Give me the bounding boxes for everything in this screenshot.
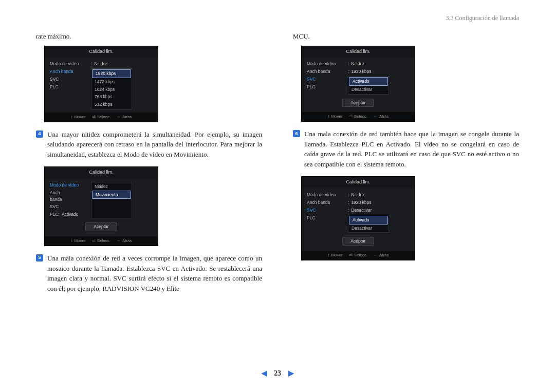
enter-icon: ⏎ (92, 238, 96, 244)
step-number: 5 (36, 254, 43, 262)
ui-value: Nitidez (351, 192, 364, 197)
dropdown-option[interactable]: Movimiento (92, 191, 131, 199)
ui-title: Calidad llm. (302, 46, 415, 58)
plc-dropdown[interactable]: Activado Desactivar (348, 215, 389, 233)
ui-label: Modo de vídeo (307, 61, 348, 67)
next-page-button[interactable]: ▶ (288, 369, 294, 377)
bandwidth-dropdown[interactable]: 1920 kbps 1472 kbps 1024 kbps 768 kbps 5… (91, 68, 132, 109)
dropdown-option[interactable]: 512 kbps (91, 101, 132, 108)
dropdown-option[interactable]: Desactivar (348, 225, 388, 232)
ui-label: PLC (307, 215, 348, 221)
ui-footer: ↕Mover ⏎Selecc. ←Atrás (45, 236, 158, 246)
ui-footer: ↕Mover ⏎Selecc. ←Atrás (45, 113, 158, 122)
ui-value: 1920 kbps (351, 69, 371, 74)
ui-value: Activado (62, 212, 79, 217)
step-text: Una mayor nitidez comprometerá la simult… (47, 129, 262, 160)
ui-value: Nitidez (94, 61, 107, 66)
lead-text-left: rate máximo. (36, 31, 262, 42)
ui-screenshot-bandwidth: Calidad llm. Modo de vídeo:Nitidez Anch … (44, 46, 158, 122)
ui-value: Nitidez (351, 61, 364, 66)
svc-dropdown[interactable]: Activado Desactivar (348, 76, 389, 95)
page-number: 23 (274, 369, 281, 377)
updown-icon: ↕ (327, 252, 329, 258)
left-column: rate máximo. Calidad llm. Modo de vídeo:… (36, 31, 262, 301)
section-header: 3.3 Configuración de llamada (36, 14, 519, 22)
enter-icon: ⏎ (92, 114, 96, 120)
updown-icon: ↕ (327, 114, 329, 120)
enter-icon: ⏎ (349, 252, 353, 258)
step-4: 4 Una mayor nitidez comprometerá la simu… (36, 129, 262, 160)
step-text: Una mala conexión de red a veces corromp… (47, 253, 262, 293)
ui-label-highlight: Anch banda (50, 68, 91, 75)
ui-label: Anch banda (307, 68, 348, 75)
step-number: 6 (293, 130, 300, 137)
ui-label-highlight: SVC (307, 76, 348, 83)
right-column: MCU. Calidad llm. Modo de vídeo:Nitidez … (293, 31, 519, 301)
back-icon: ← (117, 238, 121, 244)
ui-label: Anch banda (50, 190, 62, 203)
lead-text-right: MCU. (293, 31, 519, 42)
ui-value: 1920 kbps (351, 200, 371, 205)
ui-screenshot-videomode: Calidad llm. Modo de vídeo Anch banda SV… (44, 166, 158, 246)
prev-page-button[interactable]: ◀ (262, 369, 267, 377)
ui-label-highlight: SVC (307, 207, 348, 214)
ui-label: Modo de vídeo (307, 192, 348, 198)
ui-screenshot-svc: Calidad llm. Modo de vídeo:Nitidez Anch … (301, 46, 415, 122)
ui-label: Anch banda (307, 199, 348, 206)
ui-label: PLC (50, 211, 59, 218)
dropdown-option[interactable]: 1024 kbps (91, 86, 132, 94)
updown-icon: ↕ (70, 238, 72, 244)
dropdown-option[interactable]: Nitidez (91, 183, 132, 191)
ui-value: Desactivar (351, 208, 372, 213)
back-icon: ← (374, 114, 378, 120)
dropdown-option[interactable]: 1920 kbps (92, 69, 131, 78)
accept-button[interactable]: Aceptar (342, 99, 374, 107)
accept-button[interactable]: Aceptar (85, 222, 117, 231)
ui-label: PLC (307, 84, 316, 90)
pager: ◀ 23 ▶ (0, 369, 555, 378)
ui-label: Modo de vídeo (50, 61, 91, 67)
enter-icon: ⏎ (349, 114, 353, 120)
ui-title: Calidad llm. (45, 167, 158, 178)
ui-label: PLC (50, 84, 59, 90)
ui-title: Calidad llm. (45, 46, 158, 58)
ui-screenshot-plc: Calidad llm. Modo de vídeo:Nitidez Anch … (301, 176, 415, 260)
videomode-dropdown[interactable]: Nitidez Movimiento (91, 182, 132, 219)
back-icon: ← (117, 114, 121, 120)
step-5: 5 Una mala conexión de red a veces corro… (36, 253, 262, 293)
ui-label-highlight: Modo de vídeo (50, 182, 91, 189)
ui-footer: ↕Mover ⏎Selecc. ←Atrás (302, 112, 415, 121)
dropdown-option[interactable]: Activado (349, 77, 388, 86)
dropdown-option[interactable]: Desactivar (348, 86, 388, 94)
step-6: 6 Una mala conexión de red también hace … (293, 129, 519, 169)
step-number: 4 (36, 130, 43, 138)
dropdown-option[interactable]: Activado (349, 216, 388, 225)
dropdown-option[interactable]: 768 kbps (91, 93, 132, 101)
updown-icon: ↕ (70, 114, 72, 120)
accept-button[interactable]: Aceptar (342, 237, 374, 246)
ui-label: SVC (50, 76, 59, 83)
step-text: Una mala conexión de red también hace qu… (304, 129, 519, 169)
ui-footer: ↕Mover ⏎Selecc. ←Atrás (302, 251, 415, 260)
back-icon: ← (374, 252, 378, 258)
ui-title: Calidad llm. (302, 177, 415, 188)
ui-label: SVC (50, 203, 59, 210)
dropdown-option[interactable]: 1472 kbps (91, 78, 132, 86)
